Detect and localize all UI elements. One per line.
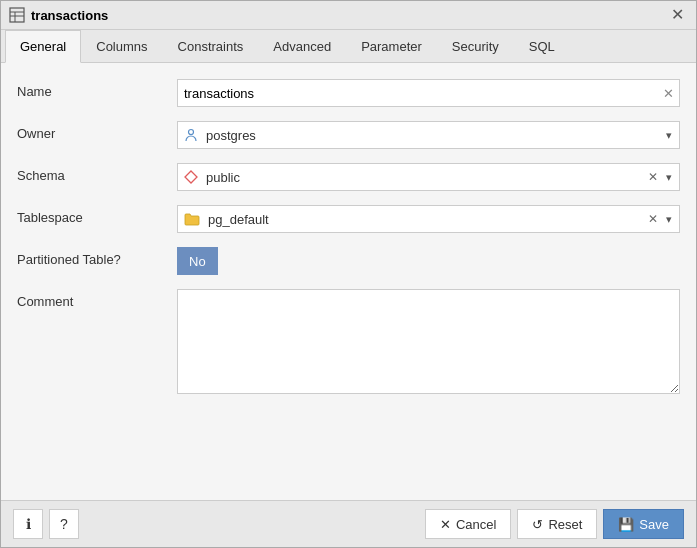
schema-actions: ✕ ▾: [645, 168, 679, 186]
tablespace-clear-icon[interactable]: ✕: [645, 210, 661, 228]
footer: ℹ ? ✕ Cancel ↺ Reset 💾 Save: [1, 500, 696, 547]
owner-chevron-icon: ▾: [663, 127, 675, 144]
reset-button[interactable]: ↺ Reset: [517, 509, 597, 539]
comment-label: Comment: [17, 289, 177, 309]
dialog: transactions ✕ General Columns Constrain…: [0, 0, 697, 548]
form-content: Name ✕ Owner postgres: [1, 63, 696, 500]
svg-point-4: [189, 130, 194, 135]
tablespace-label: Tablespace: [17, 205, 177, 225]
cancel-button[interactable]: ✕ Cancel: [425, 509, 511, 539]
tab-columns[interactable]: Columns: [81, 30, 162, 63]
dialog-title: transactions: [31, 8, 108, 23]
name-input-wrapper: ✕: [177, 79, 680, 107]
save-label: Save: [639, 517, 669, 532]
save-icon: 💾: [618, 517, 634, 532]
close-button[interactable]: ✕: [667, 7, 688, 23]
owner-dropdown-arrow[interactable]: ▾: [663, 127, 679, 144]
comment-row: Comment: [17, 289, 680, 397]
schema-icon: [178, 170, 204, 184]
help-icon: ?: [60, 516, 68, 532]
tab-general[interactable]: General: [5, 30, 81, 63]
schema-label: Schema: [17, 163, 177, 183]
tab-constraints[interactable]: Constraints: [163, 30, 259, 63]
name-row: Name ✕: [17, 79, 680, 107]
schema-control: public ✕ ▾: [177, 163, 680, 191]
diamond-icon: [184, 170, 198, 184]
tab-parameter[interactable]: Parameter: [346, 30, 437, 63]
schema-chevron-icon[interactable]: ▾: [663, 169, 675, 186]
owner-icon: [178, 128, 204, 142]
schema-select[interactable]: public ✕ ▾: [177, 163, 680, 191]
tab-sql[interactable]: SQL: [514, 30, 570, 63]
name-clear-icon[interactable]: ✕: [663, 86, 674, 101]
partitioned-toggle[interactable]: No: [177, 247, 218, 275]
name-label: Name: [17, 79, 177, 99]
schema-clear-icon[interactable]: ✕: [645, 168, 661, 186]
save-button[interactable]: 💾 Save: [603, 509, 684, 539]
info-button[interactable]: ℹ: [13, 509, 43, 539]
footer-left: ℹ ?: [13, 509, 79, 539]
tab-advanced[interactable]: Advanced: [258, 30, 346, 63]
tablespace-control: pg_default ✕ ▾: [177, 205, 680, 233]
title-bar-left: transactions: [9, 7, 108, 23]
partitioned-row: Partitioned Table? No: [17, 247, 680, 275]
tablespace-actions: ✕ ▾: [645, 210, 679, 228]
schema-row: Schema public ✕ ▾: [17, 163, 680, 191]
footer-right: ✕ Cancel ↺ Reset 💾 Save: [425, 509, 684, 539]
owner-label: Owner: [17, 121, 177, 141]
name-input[interactable]: [177, 79, 680, 107]
owner-select[interactable]: postgres ▾: [177, 121, 680, 149]
partitioned-label: Partitioned Table?: [17, 247, 177, 267]
tablespace-select[interactable]: pg_default ✕ ▾: [177, 205, 680, 233]
info-icon: ℹ: [26, 516, 31, 532]
title-bar: transactions ✕: [1, 1, 696, 30]
tabs-bar: General Columns Constraints Advanced Par…: [1, 30, 696, 63]
owner-row: Owner postgres ▾: [17, 121, 680, 149]
owner-value: postgres: [204, 128, 663, 143]
reset-icon: ↺: [532, 517, 543, 532]
comment-control: [177, 289, 680, 397]
person-icon: [184, 128, 198, 142]
folder-icon: [184, 212, 200, 226]
tablespace-value: pg_default: [206, 212, 645, 227]
reset-label: Reset: [548, 517, 582, 532]
partitioned-control: No: [177, 247, 680, 275]
owner-control: postgres ▾: [177, 121, 680, 149]
svg-marker-5: [185, 171, 197, 183]
cancel-label: Cancel: [456, 517, 496, 532]
tablespace-icon: [178, 212, 206, 226]
help-button[interactable]: ?: [49, 509, 79, 539]
tab-security[interactable]: Security: [437, 30, 514, 63]
cancel-x-icon: ✕: [440, 517, 451, 532]
tablespace-chevron-icon[interactable]: ▾: [663, 211, 675, 228]
name-control: ✕: [177, 79, 680, 107]
svg-rect-0: [10, 8, 24, 22]
schema-value: public: [204, 170, 645, 185]
comment-textarea[interactable]: [177, 289, 680, 394]
table-icon: [9, 7, 25, 23]
tablespace-row: Tablespace pg_default ✕ ▾: [17, 205, 680, 233]
